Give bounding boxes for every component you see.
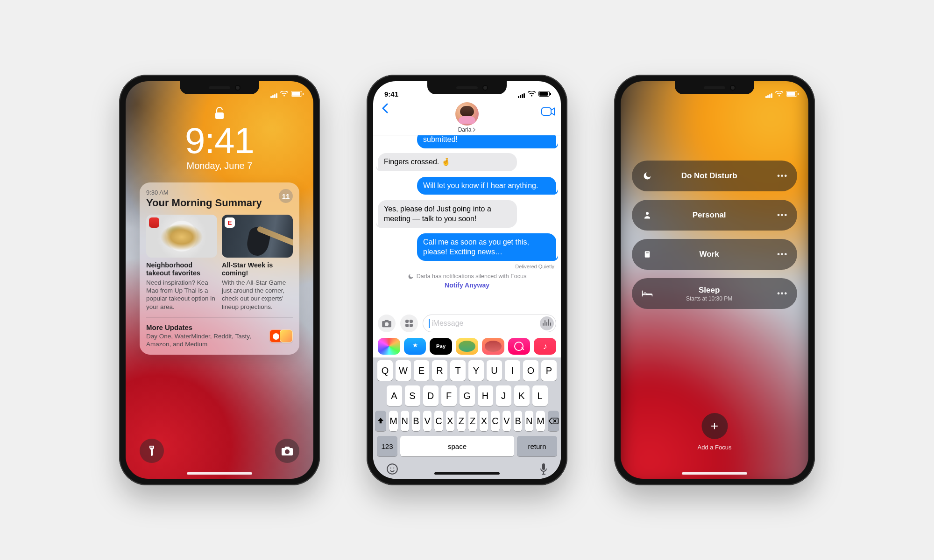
story-headline: All-Star Week is coming! [222,261,293,278]
shift-key[interactable] [375,411,386,431]
focus-mode-options-button[interactable]: ••• [777,250,788,259]
key-m[interactable]: M [536,411,545,431]
home-indicator[interactable] [434,472,500,475]
key-p[interactable]: P [541,360,557,381]
app-music[interactable] [534,338,556,355]
phone-focus: Do Not Disturb•••Personal•••Work•••Sleep… [614,75,815,485]
focus-mode-title: Do Not Disturb [641,171,777,181]
notification-summary-card[interactable]: 9:30 AM Your Morning Summary 11 Neighbor… [140,182,299,355]
key-s[interactable]: S [405,385,420,406]
delivery-status: Delivered Quietly [380,264,554,269]
focus-mode-options-button[interactable]: ••• [777,172,788,180]
key-z[interactable]: Z [457,411,466,431]
summary-story[interactable]: Neighborhood takeout favorites Need insp… [146,215,217,311]
key-k[interactable]: K [514,385,530,406]
message-out[interactable]: submitted! [417,135,556,148]
add-focus-button[interactable]: + [701,413,728,439]
key-q[interactable]: Q [377,360,393,381]
contact-header[interactable]: Darla [455,102,479,133]
numeric-key[interactable]: 123 [377,436,397,456]
message-input[interactable]: iMessage [423,315,556,332]
svg-rect-5 [542,463,545,470]
focus-mode-work[interactable]: Work••• [632,239,797,270]
phone-messages: 9:41 Darla [367,75,567,485]
key-a[interactable]: A [387,385,402,406]
home-indicator[interactable] [682,472,747,475]
key-y[interactable]: Y [468,360,484,381]
facetime-button[interactable] [541,107,555,116]
home-indicator[interactable] [187,472,252,475]
key-c[interactable]: C [434,411,443,431]
emoji-key[interactable] [386,463,398,475]
add-focus-label: Add a Focus [698,444,732,451]
message-thread[interactable]: submitted! Fingers crossed. 🤞 Will let y… [373,135,561,312]
key-x[interactable]: X [446,411,454,431]
key-o[interactable]: O [523,360,538,381]
message-in[interactable]: Fingers crossed. 🤞 [378,153,517,171]
summary-story[interactable]: All-Star Week is coming! With the All-St… [222,215,293,311]
key-c[interactable]: C [491,411,499,431]
cellular-icon [270,90,277,98]
app-applepay[interactable]: Pay [430,338,452,355]
flashlight-button[interactable] [140,439,164,463]
focus-mode-options-button[interactable]: ••• [777,289,788,298]
message-out[interactable]: Will let you know if I hear anything. [417,177,556,195]
app-memoji[interactable] [456,338,478,355]
espn-app-icon [225,217,235,228]
grubhub-app-icon [149,217,159,228]
key-n[interactable]: N [401,411,409,431]
return-key[interactable]: return [517,436,557,456]
app-appstore[interactable] [404,338,426,355]
key-m[interactable]: M [389,411,397,431]
key-r[interactable]: R [432,360,447,381]
notify-anyway-button[interactable]: Notify Anyway [378,281,556,289]
svg-point-2 [387,464,397,474]
key-v[interactable]: V [502,411,511,431]
key-b[interactable]: B [514,411,522,431]
key-u[interactable]: U [487,360,502,381]
audio-message-button[interactable] [540,316,554,330]
key-h[interactable]: H [478,385,493,406]
battery-icon [786,91,797,97]
message-out[interactable]: Call me as soon as you get this, please!… [417,233,556,261]
key-f[interactable]: F [441,385,457,406]
back-button[interactable] [377,100,393,116]
story-body: Need inspiration? Kea Mao from Up Thai i… [146,279,217,311]
key-n[interactable]: N [525,411,533,431]
key-v[interactable]: V [423,411,432,431]
cellular-icon [765,90,772,98]
focus-mode-sleep[interactable]: SleepStarts at 10:30 PM••• [632,278,797,309]
key-w[interactable]: W [396,360,411,381]
key-j[interactable]: J [496,385,511,406]
more-updates-row[interactable]: More Updates Day One, WaterMinder, Reddi… [146,317,293,349]
key-l[interactable]: L [532,385,548,406]
focus-mode-options-button[interactable]: ••• [777,211,788,219]
app-animoji[interactable] [482,338,504,355]
space-key[interactable]: space [400,436,514,456]
svg-rect-0 [215,112,224,119]
battery-icon [291,91,302,97]
camera-button[interactable] [275,439,299,463]
key-t[interactable]: T [450,360,466,381]
message-in[interactable]: Yes, please do! Just going into a meetin… [378,200,517,228]
app-photos[interactable] [378,338,400,355]
backspace-key[interactable] [548,411,559,431]
camera-button[interactable] [378,315,396,332]
key-d[interactable]: D [423,385,439,406]
contact-avatar [455,102,479,126]
dictation-key[interactable] [539,463,548,475]
key-g[interactable]: G [460,385,475,406]
key-e[interactable]: E [414,360,429,381]
app-images[interactable] [508,338,531,355]
summary-title: Your Morning Summary [146,197,262,209]
key-z[interactable]: Z [468,411,477,431]
summary-timestamp: 9:30 AM [146,189,262,196]
focus-mode-title: Work [641,250,777,259]
key-b[interactable]: B [412,411,420,431]
focus-mode-personal[interactable]: Personal••• [632,200,797,231]
key-x[interactable]: X [480,411,488,431]
wifi-icon [775,91,783,97]
key-i[interactable]: I [505,360,520,381]
focus-mode-do-not-disturb[interactable]: Do Not Disturb••• [632,161,797,191]
imessage-apps-button[interactable] [400,315,418,332]
